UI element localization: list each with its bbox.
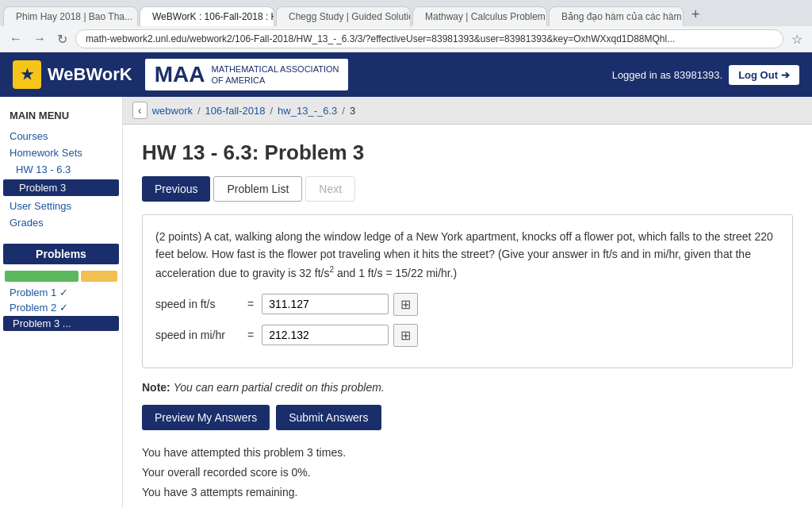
- forward-button[interactable]: →: [30, 30, 49, 48]
- breadcrumb-webwork-link[interactable]: webwork: [152, 105, 193, 117]
- breadcrumb-course-link[interactable]: 106-fall-2018: [205, 105, 266, 117]
- speed-fts-label: speed in ft/s: [155, 298, 243, 310]
- site-header: ★ WeBWorK MAA MATHEMATICAL ASSOCIATION O…: [0, 52, 812, 97]
- maa-logo: MAA MATHEMATICAL ASSOCIATION OF AMERICA: [145, 59, 349, 90]
- address-input[interactable]: [75, 29, 783, 48]
- maa-description: MATHEMATICAL ASSOCIATION OF AMERICA: [212, 64, 339, 87]
- progress-green-segment: [5, 271, 79, 282]
- browser-tab-2[interactable]: WeBWorK : 106-Fall-2018 : H... ✕: [140, 6, 274, 26]
- browser-tab-4[interactable]: Mathway | Calculus Problem S... ✕: [412, 6, 547, 26]
- speed-fts-row: speed in ft/s = ⊞: [155, 293, 779, 316]
- webwork-star-icon: ★: [13, 60, 41, 89]
- sidebar-courses-link[interactable]: Courses: [0, 128, 122, 144]
- reload-button[interactable]: ↻: [54, 30, 71, 48]
- sidebar-problem-2[interactable]: Problem 2 ✓: [0, 300, 122, 315]
- note-text: Note: You can earn partial credit on thi…: [142, 381, 793, 394]
- breadcrumb-current: 3: [350, 105, 355, 117]
- sidebar-homework-sets-link[interactable]: Homework Sets: [0, 144, 122, 161]
- attempts-line1: You have attempted this problem 3 times.: [142, 443, 793, 463]
- previous-button[interactable]: Previous: [142, 176, 210, 202]
- problem-content: HW 13 - 6.3: Problem 3 Previous Problem …: [123, 125, 812, 508]
- tab1-close[interactable]: ✕: [136, 13, 138, 21]
- problem-title: HW 13 - 6.3: Problem 3: [142, 140, 793, 165]
- attempts-line3: You have 3 attempts remaining.: [142, 483, 793, 502]
- browser-tab-5[interactable]: Bảng đạo hàm của các hàm sơ... ✕: [549, 6, 684, 26]
- logout-button[interactable]: Log Out ➔: [729, 65, 799, 85]
- breadcrumb-sep-3: /: [342, 105, 345, 117]
- problem-desc-end: and 1 ft/s = 15/22 mi/hr.): [334, 266, 457, 279]
- action-buttons: Preview My Answers Submit Answers: [142, 405, 793, 430]
- browser-tab-1[interactable]: Phim Hay 2018 | Bao Tha... ✕: [3, 6, 138, 26]
- sidebar-hw13-link[interactable]: HW 13 - 6.3: [0, 161, 122, 178]
- matrix-btn-fts[interactable]: ⊞: [393, 293, 418, 316]
- speed-mihr-equals: =: [247, 329, 254, 341]
- tab2-label: WeBWorK : 106-Fall-2018 : H...: [152, 11, 274, 22]
- preview-answers-button[interactable]: Preview My Answers: [142, 405, 270, 430]
- attempts-line2: Your overall recorded score is 0%.: [142, 463, 793, 483]
- header-logos: ★ WeBWorK MAA MATHEMATICAL ASSOCIATION O…: [13, 59, 348, 90]
- progress-bar: [0, 267, 122, 285]
- speed-fts-input[interactable]: [262, 294, 389, 314]
- speed-mihr-row: speed in mi/hr = ⊞: [155, 324, 779, 347]
- speed-fts-equals: =: [247, 298, 254, 310]
- breadcrumb-hw-link[interactable]: hw_13_-_6.3: [278, 105, 337, 117]
- problem-desc-text: (2 points) A cat, walking along the wind…: [155, 230, 773, 279]
- bookmark-button[interactable]: ☆: [788, 30, 806, 48]
- problems-panel: Problems: [3, 244, 119, 264]
- sidebar-problem-3-active: Problem 3 ...: [3, 316, 119, 331]
- problem-description: (2 points) A cat, walking along the wind…: [155, 228, 779, 282]
- next-button: Next: [305, 176, 355, 202]
- back-button[interactable]: ←: [6, 30, 25, 48]
- speed-mihr-label: speed in mi/hr: [155, 329, 243, 341]
- address-bar-row: ← → ↻ ☆: [0, 26, 812, 52]
- webwork-brand-name: WeBWorK: [48, 64, 132, 85]
- breadcrumb-sep-1: /: [197, 105, 201, 117]
- tab1-label: Phim Hay 2018 | Bao Tha...: [16, 11, 132, 22]
- sidebar: MAIN MENU Courses Homework Sets HW 13 - …: [0, 97, 123, 508]
- browser-tab-3[interactable]: Chegg Study | Guided Solutio... ✕: [276, 6, 411, 26]
- matrix-btn-mihr[interactable]: ⊞: [393, 324, 418, 347]
- sidebar-user-settings-link[interactable]: User Settings: [0, 198, 122, 214]
- submit-answers-button[interactable]: Submit Answers: [276, 405, 381, 430]
- note-content: You can earn partial credit on this prob…: [174, 381, 385, 394]
- sidebar-grades-link[interactable]: Grades: [0, 214, 122, 231]
- note-content-text: You can earn partial credit on this prob…: [174, 381, 385, 394]
- speed-mihr-input[interactable]: [262, 325, 389, 345]
- breadcrumb-bar: ‹ webwork / 106-fall-2018 / hw_13_-_6.3 …: [123, 97, 812, 125]
- webwork-logo: ★ WeBWorK: [13, 60, 132, 89]
- maa-text: MAA: [155, 62, 205, 87]
- breadcrumb-sep-2: /: [270, 105, 273, 117]
- logout-label: Log Out: [738, 69, 778, 81]
- tab5-label: Bảng đạo hàm của các hàm sơ...: [561, 11, 684, 22]
- maa-desc-line1: MATHEMATICAL ASSOCIATION: [212, 64, 339, 75]
- tab3-label: Chegg Study | Guided Solutio...: [289, 11, 411, 22]
- progress-yellow-segment: [81, 271, 117, 282]
- main-layout: MAIN MENU Courses Homework Sets HW 13 - …: [0, 97, 812, 508]
- attempt-info: You have attempted this problem 3 times.…: [142, 443, 793, 503]
- header-right: Logged in as 83981393. Log Out ➔: [612, 65, 799, 85]
- logged-in-label: Logged in as 83981393.: [612, 69, 723, 81]
- content-area: ‹ webwork / 106-fall-2018 / hw_13_-_6.3 …: [123, 97, 812, 508]
- sidebar-problem-1[interactable]: Problem 1 ✓: [0, 285, 122, 300]
- logout-arrow-icon: ➔: [781, 69, 790, 81]
- breadcrumb-back-button[interactable]: ‹: [132, 102, 147, 119]
- tab4-label: Mathway | Calculus Problem S...: [425, 11, 547, 22]
- main-menu-title: MAIN MENU: [0, 106, 122, 128]
- nav-buttons: Previous Problem List Next: [142, 176, 793, 202]
- note-label: Note:: [142, 381, 170, 394]
- problem-list-button[interactable]: Problem List: [213, 176, 302, 202]
- maa-desc-line2: OF AMERICA: [212, 75, 339, 86]
- sidebar-divider: [0, 231, 122, 237]
- problem-box: (2 points) A cat, walking along the wind…: [142, 214, 793, 368]
- sidebar-active-problem: Problem 3: [3, 179, 119, 196]
- new-tab-button[interactable]: +: [685, 3, 707, 26]
